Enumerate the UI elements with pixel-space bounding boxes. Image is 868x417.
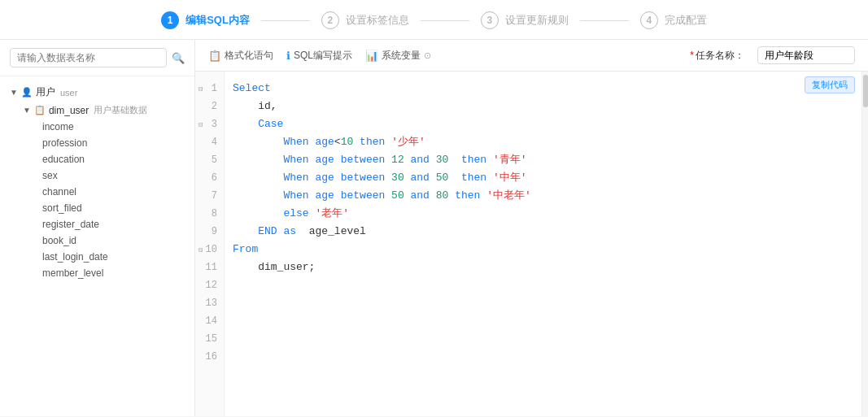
code-line-3: Case (233, 115, 853, 133)
scrollbar-thumb[interactable] (863, 75, 868, 107)
code-segment (385, 151, 391, 169)
task-name-input[interactable] (757, 46, 855, 64)
code-line-8: else '老年' (233, 205, 853, 223)
code-segment (233, 133, 283, 151)
tree-child-dim-user[interactable]: ▼📋dim_user用户基础数据 (0, 102, 194, 119)
editor-code[interactable]: Select id, Case When age<10 then '少年' Wh… (225, 72, 861, 416)
field-register_date[interactable]: register_date (0, 216, 194, 232)
line-num-3: ⊟3 (195, 115, 224, 133)
root-label: 用户 (36, 85, 55, 99)
code-segment (404, 187, 411, 205)
code-segment: and (411, 169, 430, 187)
sql-hint-button[interactable]: ℹ SQL编写提示 (286, 49, 352, 63)
editor-gutter: ⊟12⊟3456789⊟10111213141516 (195, 72, 225, 416)
fold-btn[interactable]: ⊟ (198, 85, 203, 93)
step-3[interactable]: 3 设置更新规则 (481, 11, 569, 29)
code-segment: When (283, 187, 308, 205)
code-line-7: When age between 50 and 80 then '中老年' (233, 187, 853, 205)
code-line-2: id, (233, 98, 853, 115)
step-2[interactable]: 2 设置标签信息 (321, 11, 409, 29)
content-area: 📋 格式化语句 ℹ SQL编写提示 📊 系统变量 ⊙ *任务名称： ⊟12⊟34… (195, 40, 868, 416)
code-segment (404, 151, 411, 169)
line-num-10: ⊟10 (195, 241, 224, 258)
line-num-4: 4 (195, 133, 224, 151)
code-segment: '青年' (493, 151, 527, 169)
code-segment (233, 115, 258, 133)
code-segment (233, 205, 283, 223)
step-1[interactable]: 1 编辑SQL内容 (161, 11, 250, 29)
code-segment (430, 169, 436, 187)
code-segment: then (455, 187, 480, 205)
child-caret: ▼ (23, 106, 31, 115)
step-divider-3 (580, 20, 629, 21)
field-education[interactable]: education (0, 151, 194, 167)
line-num-16: 16 (195, 348, 224, 366)
highlight-button[interactable]: 复制代码 (805, 76, 855, 93)
code-segment: age (315, 133, 334, 151)
search-icon[interactable]: 🔍 (172, 52, 185, 64)
code-line-1: Select (233, 80, 853, 98)
code-line-4: When age<10 then '少年' (233, 133, 853, 151)
code-segment: Case (258, 115, 283, 133)
code-segment: From (233, 241, 258, 258)
line-num-7: 7 (195, 187, 224, 205)
format-button[interactable]: 📋 格式化语句 (208, 49, 273, 63)
line-num-5: 5 (195, 151, 224, 169)
sidebar: 🔍 ▼👤用户user▼📋dim_user用户基础数据incomeprofessi… (0, 40, 195, 416)
field-last_login_date[interactable]: last_login_date (0, 249, 194, 265)
code-segment: When (283, 151, 308, 169)
code-segment: age (315, 187, 334, 205)
code-line-6: When age between 30 and 50 then '中年' (233, 169, 853, 187)
code-segment: '老年' (315, 205, 349, 223)
step-label-3: 设置更新规则 (505, 13, 569, 28)
root-caret: ▼ (10, 88, 18, 97)
fold-btn[interactable]: ⊟ (198, 120, 203, 129)
sidebar-search[interactable]: 🔍 (0, 40, 194, 76)
step-label-1: 编辑SQL内容 (185, 13, 250, 28)
sql-hint-label: SQL编写提示 (294, 49, 352, 63)
code-segment (430, 187, 436, 205)
field-sex[interactable]: sex (0, 167, 194, 184)
user-folder-icon: 👤 (21, 87, 33, 98)
code-segment (233, 169, 283, 187)
code-segment (353, 133, 360, 151)
field-channel[interactable]: channel (0, 184, 194, 200)
code-segment (404, 169, 411, 187)
code-segment: and (411, 151, 430, 169)
field-book_id[interactable]: book_id (0, 232, 194, 249)
tree-root-user[interactable]: ▼👤用户user (0, 83, 194, 102)
code-segment: 50 (436, 169, 449, 187)
line-num-6: 6 (195, 169, 224, 187)
step-4[interactable]: 4 完成配置 (640, 11, 707, 29)
code-segment: END (258, 223, 277, 241)
code-segment: '少年' (391, 133, 425, 151)
line-num-2: 2 (195, 98, 224, 115)
code-line-10: From (233, 241, 853, 258)
code-segment (334, 187, 341, 205)
line-num-11: 11 (195, 258, 224, 276)
code-line-12 (233, 276, 853, 294)
code-segment: between (341, 169, 386, 187)
code-segment (486, 169, 493, 187)
step-divider-1 (261, 20, 310, 21)
field-income[interactable]: income (0, 119, 194, 135)
editor-wrap: ⊟12⊟3456789⊟10111213141516 Select id, Ca… (195, 72, 868, 416)
scrollbar[interactable] (861, 72, 868, 416)
code-segment: age (315, 169, 334, 187)
code-segment: between (341, 151, 386, 169)
line-num-12: 12 (195, 276, 224, 294)
fold-btn[interactable]: ⊟ (198, 245, 203, 254)
code-segment: dim_user; (233, 258, 315, 276)
field-sort_filed[interactable]: sort_filed (0, 200, 194, 216)
code-segment (385, 133, 391, 151)
step-label-2: 设置标签信息 (346, 13, 409, 28)
field-member_level[interactable]: member_level (0, 265, 194, 281)
field-profession[interactable]: profession (0, 135, 194, 151)
sys-var-label: 系统变量 (382, 49, 421, 63)
sys-var-icon: 📊 (365, 50, 378, 62)
line-num-8: 8 (195, 205, 224, 223)
code-segment: Select (233, 80, 271, 98)
search-input[interactable] (10, 48, 167, 67)
sys-var-button[interactable]: 📊 系统变量 ⊙ (365, 49, 431, 63)
code-segment (448, 169, 461, 187)
